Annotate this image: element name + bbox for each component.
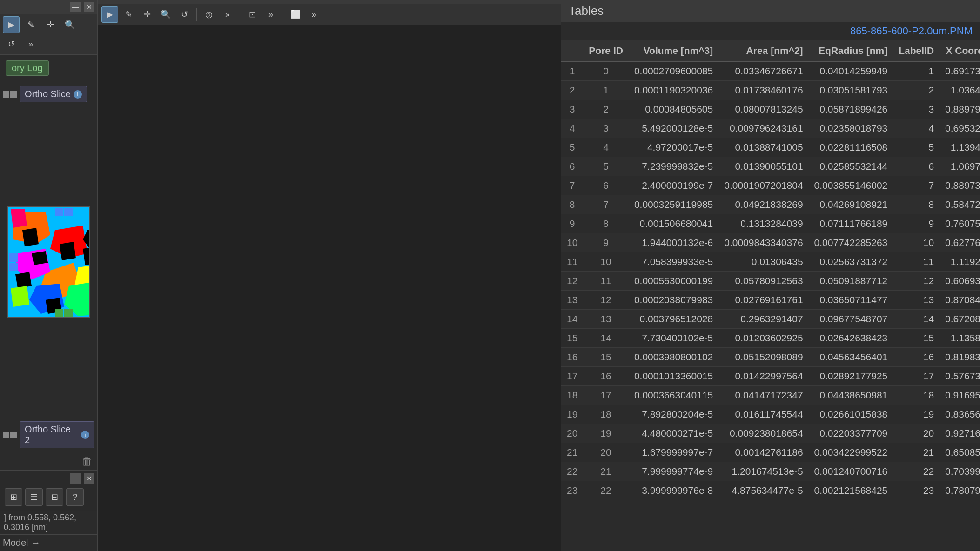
delete-button[interactable]: 🗑	[81, 455, 93, 468]
viewer-paint-button[interactable]: ✎	[120, 6, 137, 23]
table-cell: 18	[561, 386, 583, 405]
info-icon-2[interactable]: i	[81, 431, 89, 439]
table-cell: 0.0002709600085	[629, 61, 718, 81]
model-label: Model	[3, 538, 28, 548]
separator-1	[196, 8, 197, 21]
table-cell: 0.1313284039	[718, 214, 808, 233]
tables-header: Tables	[561, 0, 980, 22]
table-header: Pore ID Volume [nm^3] Area [nm^2] EqRadi…	[561, 40, 980, 61]
table-row: 15147.730400102e-50.012036029250.0264263…	[561, 329, 980, 348]
file-link[interactable]: 865-865-600-P2.0um.PNM	[850, 25, 973, 37]
node1-color1	[3, 91, 9, 98]
table-cell: 1.119289994	[940, 252, 980, 272]
ortho-slice-2-node[interactable]: Ortho Slice 2 i	[20, 421, 94, 448]
table-cell: 4.97200017e-5	[629, 138, 718, 157]
win2-minimize-button[interactable]: —	[70, 473, 81, 484]
table-cell: 1.201674513e-5	[718, 462, 808, 481]
table-cell: 5	[893, 138, 940, 157]
expand-btn[interactable]: »	[22, 36, 39, 53]
table-cell: 0.01388741005	[718, 138, 808, 157]
table-cell: 15	[583, 348, 629, 367]
ortho-slice-node[interactable]: Ortho Slice i	[20, 86, 87, 102]
table-cell: 17	[893, 367, 940, 386]
detail-view-button[interactable]: ⊟	[46, 488, 63, 506]
table-cell: 0.02642638423	[809, 329, 893, 348]
table-cell: 8	[583, 214, 629, 233]
left-title-bar: — ✕	[0, 0, 97, 14]
col-pore-id: Pore ID	[583, 40, 629, 61]
viewer-expand2-button[interactable]: »	[262, 6, 279, 23]
table-cell: 7.999999774e-9	[629, 462, 718, 481]
table-cell: 2	[583, 100, 629, 119]
table-cell: 0.02358018793	[809, 119, 893, 138]
table-cell: 0.04269108921	[809, 195, 893, 214]
table-cell: 18	[893, 386, 940, 405]
table-cell: 0.8897966146	[940, 100, 980, 119]
table-row: 870.00032591199850.049218382690.04269108…	[561, 195, 980, 214]
table-cell: 0.6917377114	[940, 61, 980, 81]
info-icon-1[interactable]: i	[74, 90, 82, 99]
table-cell: 0.02769161761	[718, 291, 808, 310]
table-cell: 12	[893, 272, 940, 291]
viewer-toolbar: ▶ ✎ ✛ 🔍 ↺ ◎ » ⊡ » ⬜ »	[98, 4, 561, 25]
pipeline-node-1: Ortho Slice i	[3, 86, 94, 102]
add-tool-button[interactable]: ✛	[42, 16, 59, 33]
viewer-search-button[interactable]: 🔍	[157, 6, 174, 23]
viewer-cross-button[interactable]: ✛	[139, 6, 155, 23]
col-area: Area [nm^2]	[718, 40, 808, 61]
table-cell: 15	[561, 329, 583, 348]
model-arrow-button[interactable]: →	[31, 538, 40, 548]
table-cell: 4	[893, 119, 940, 138]
history-log-button[interactable]: ory Log	[6, 60, 49, 76]
data-table-container[interactable]: Pore ID Volume [nm^3] Area [nm^2] EqRadi…	[561, 40, 980, 551]
table-cell: 22	[583, 481, 629, 500]
table-cell: 0.01306435	[718, 252, 808, 272]
table-cell: 21	[583, 462, 629, 481]
search-tool-button[interactable]: 🔍	[61, 16, 78, 33]
col-row-num	[561, 40, 583, 61]
viewer-orbit-button[interactable]: ◎	[201, 6, 217, 23]
help-button[interactable]: ?	[66, 488, 84, 506]
table-cell: 1.135804772	[940, 329, 980, 348]
paint-tool-button[interactable]: ✎	[22, 16, 39, 33]
table-cell: 0.0009843340376	[718, 233, 808, 252]
table-cell: 0.04147172347	[718, 386, 808, 405]
col-eqradius: EqRadius [nm]	[809, 40, 893, 61]
close-button[interactable]: ✕	[84, 2, 94, 12]
table-cell: 9	[583, 233, 629, 252]
viewer-square-button[interactable]: ⬜	[287, 6, 304, 23]
table-cell: 2.400000199e-7	[629, 176, 718, 195]
separator-2	[240, 8, 240, 21]
table-row: 13120.00020380799830.027691617610.036507…	[561, 291, 980, 310]
viewer-cursor-button[interactable]: ▶	[101, 6, 118, 23]
table-row: 16150.00039808001020.051520980890.045634…	[561, 348, 980, 367]
viewer-expand-button[interactable]: »	[219, 6, 236, 23]
table-cell: 21	[561, 443, 583, 462]
table-cell: 0.009796243161	[718, 119, 808, 138]
viewer-refresh-button[interactable]: ↺	[176, 6, 193, 23]
table-row: 980.0015066800410.13132840390.0711176618…	[561, 214, 980, 233]
refresh-tool-button[interactable]: ↺	[3, 36, 20, 53]
win2-close-button[interactable]: ✕	[84, 473, 94, 484]
table-cell: 8	[893, 195, 940, 214]
left-panel: — ✕ ▶ ✎ ✛ 🔍 ↺ » ory Log Ortho Slice i	[0, 0, 98, 551]
table-cell: 20	[561, 424, 583, 443]
grid-view-button[interactable]: ⊞	[5, 488, 22, 506]
status-text: ] from 0.558, 0.562, 0.3016 [nm]	[4, 513, 76, 532]
table-cell: 0.05871899426	[809, 100, 893, 119]
table-row: 210.00011903200360.017384601760.03051581…	[561, 81, 980, 100]
table-cell: 0.04563456401	[809, 348, 893, 367]
viewer-expand3-button[interactable]: »	[306, 6, 322, 23]
table-cell: 10	[893, 233, 940, 252]
table-cell: 1.069714427	[940, 157, 980, 176]
viewer-frame-button[interactable]: ⊡	[244, 6, 261, 23]
cursor-tool-button[interactable]: ▶	[3, 16, 20, 33]
table-cell: 1	[561, 61, 583, 81]
table-cell: 0.02585532144	[809, 157, 893, 176]
table-cell: 0.04014259949	[809, 61, 893, 81]
list-view-button[interactable]: ☰	[25, 488, 43, 506]
table-row: 1091.944000132e-60.00098433403760.007742…	[561, 233, 980, 252]
table-cell: 13	[893, 291, 940, 310]
table-cell: 0.5767316818	[940, 367, 980, 386]
minimize-button[interactable]: —	[70, 2, 81, 12]
